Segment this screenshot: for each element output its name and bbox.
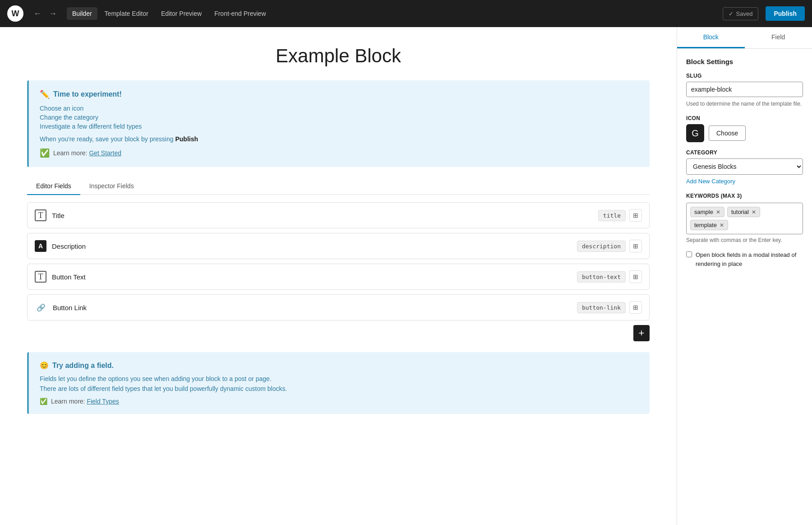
field-slug-button-text: button-text <box>577 271 626 283</box>
keywords-label: KEYWORDS (MAX 3) <box>686 193 803 199</box>
tab-inspector-fields[interactable]: Inspector Fields <box>80 178 143 195</box>
try-box-title: 😊 Try adding a field. <box>40 361 639 370</box>
field-row-left: T Button Text <box>35 271 86 283</box>
saved-indicator: ✓ Saved <box>723 7 759 20</box>
check-icon: ✓ <box>729 10 734 17</box>
field-row-right: button-link ⊞ <box>577 301 642 314</box>
list-item: Investigate a few different field types <box>40 123 639 130</box>
sidebar-body: Block Settings Slug Used to determine th… <box>677 49 812 283</box>
field-row-right: description ⊞ <box>577 240 642 252</box>
field-action-description[interactable]: ⊞ <box>629 240 642 252</box>
layout: Example Block ✏️ Time to experiment! Cho… <box>0 27 812 525</box>
try-emoji: 😊 <box>40 361 49 370</box>
try-line-1: Fields let you define the options you se… <box>40 375 639 382</box>
page-title: Example Block <box>27 45 650 67</box>
field-row-description: A Description description ⊞ <box>27 233 650 259</box>
info-box-heading: Time to experiment! <box>53 90 122 98</box>
field-slug-description: description <box>577 241 626 252</box>
keywords-hint: Separate with commas or the Enter key. <box>686 237 803 243</box>
try-box: 😊 Try adding a field. Fields let you def… <box>27 352 650 414</box>
keyword-text: sample <box>694 209 713 215</box>
category-select[interactable]: Genesis Blocks Common Formatting Layout … <box>686 158 803 175</box>
sidebar-tab-field[interactable]: Field <box>745 27 812 48</box>
add-new-category-link[interactable]: Add New Category <box>686 178 735 185</box>
learn-more-text: Learn more: Get Started <box>53 149 121 157</box>
field-label-button-text: Button Text <box>52 273 86 281</box>
field-row-left: 🔗 Button Link <box>35 301 87 314</box>
publish-bold: Publish <box>175 135 198 143</box>
field-icon-title: T <box>35 209 46 221</box>
field-row-left: T Title <box>35 209 65 221</box>
field-row-left: A Description <box>35 240 86 252</box>
field-label-title: Title <box>52 212 65 219</box>
field-row-button-text: T Button Text button-text ⊞ <box>27 264 650 290</box>
keyword-remove-template[interactable]: ✕ <box>720 222 724 228</box>
field-action-button-link[interactable]: ⊞ <box>629 301 642 314</box>
field-action-title[interactable]: ⊞ <box>629 209 642 222</box>
slug-label: Slug <box>686 73 803 79</box>
nav-tabs: Builder Template Editor Editor Preview F… <box>67 7 272 20</box>
field-icon-button-link: 🔗 <box>35 301 47 314</box>
choose-icon-button[interactable]: Choose <box>709 125 746 141</box>
icon-label: Icon <box>686 115 803 121</box>
add-field-row: + <box>27 325 650 341</box>
field-icon-description: A <box>35 240 46 252</box>
tab-template-editor[interactable]: Template Editor <box>99 7 154 20</box>
keyword-remove-sample[interactable]: ✕ <box>716 209 720 215</box>
keyword-tag-template: template ✕ <box>690 220 728 230</box>
keyword-tag-tutorial: tutorial ✕ <box>727 207 760 217</box>
keyword-tag-sample: sample ✕ <box>690 207 724 217</box>
learn-more-row: ✅ Learn more: Get Started <box>40 148 639 158</box>
field-types-link[interactable]: Field Types <box>87 398 119 405</box>
list-item: Change the category <box>40 114 639 121</box>
tab-editor-fields[interactable]: Editor Fields <box>27 178 80 195</box>
field-tabs: Editor Fields Inspector Fields <box>27 178 650 195</box>
icon-preview-glyph: G <box>692 128 699 139</box>
info-box-title: ✏️ Time to experiment! <box>40 89 639 99</box>
info-box-list: Choose an icon Change the category Inves… <box>40 105 639 130</box>
field-row-right: title ⊞ <box>598 209 642 222</box>
info-box: ✏️ Time to experiment! Choose an icon Ch… <box>27 80 650 167</box>
try-learn-text: Learn more: Field Types <box>51 398 119 405</box>
field-row-button-link: 🔗 Button Link button-link ⊞ <box>27 294 650 321</box>
keyword-text: template <box>694 222 717 228</box>
tab-frontend-preview[interactable]: Front-end Preview <box>209 7 271 20</box>
field-action-button-text[interactable]: ⊞ <box>629 270 642 283</box>
keywords-container[interactable]: sample ✕ tutorial ✕ template ✕ <box>686 203 803 234</box>
sidebar: Block Field Block Settings Slug Used to … <box>677 27 812 525</box>
keyword-text: tutorial <box>731 209 749 215</box>
field-row-right: button-text ⊞ <box>577 270 642 283</box>
try-line-2: There are lots of different field types … <box>40 385 639 392</box>
publish-button[interactable]: Publish <box>766 6 805 21</box>
field-slug-button-link: button-link <box>577 302 626 313</box>
modal-checkbox-row: Open block fields in a modal instead of … <box>686 251 803 268</box>
field-label-button-link: Button Link <box>53 304 87 311</box>
sidebar-tab-block[interactable]: Block <box>677 27 745 48</box>
field-row-title: T Title title ⊞ <box>27 202 650 228</box>
field-icon-button-text: T <box>35 271 46 283</box>
modal-checkbox[interactable] <box>686 251 692 257</box>
tab-editor-preview[interactable]: Editor Preview <box>156 7 207 20</box>
pencil-icon: ✏️ <box>40 89 50 99</box>
add-field-button[interactable]: + <box>633 325 650 341</box>
check-circle-icon: ✅ <box>40 148 50 158</box>
tab-builder[interactable]: Builder <box>67 7 97 20</box>
keyword-remove-tutorial[interactable]: ✕ <box>752 209 756 215</box>
sidebar-tabs: Block Field <box>677 27 812 49</box>
category-label: Category <box>686 149 803 156</box>
forward-button[interactable]: → <box>46 7 60 20</box>
get-started-link[interactable]: Get Started <box>89 149 121 157</box>
back-button[interactable]: ← <box>31 7 44 20</box>
try-heading: Try adding a field. <box>52 362 114 370</box>
try-learn-more: ✅ Learn more: Field Types <box>40 398 639 405</box>
field-slug-title: title <box>598 210 626 221</box>
try-check-icon: ✅ <box>40 398 47 405</box>
list-item: Choose an icon <box>40 105 639 112</box>
icon-picker-row: G Choose <box>686 124 803 142</box>
slug-input[interactable] <box>686 82 803 97</box>
nav-arrows: ← → <box>31 7 60 20</box>
main-content: Example Block ✏️ Time to experiment! Cho… <box>0 27 677 525</box>
wp-logo: W <box>7 5 23 22</box>
topnav: W ← → Builder Template Editor Editor Pre… <box>0 0 812 27</box>
slug-hint: Used to determine the name of the templa… <box>686 100 803 108</box>
